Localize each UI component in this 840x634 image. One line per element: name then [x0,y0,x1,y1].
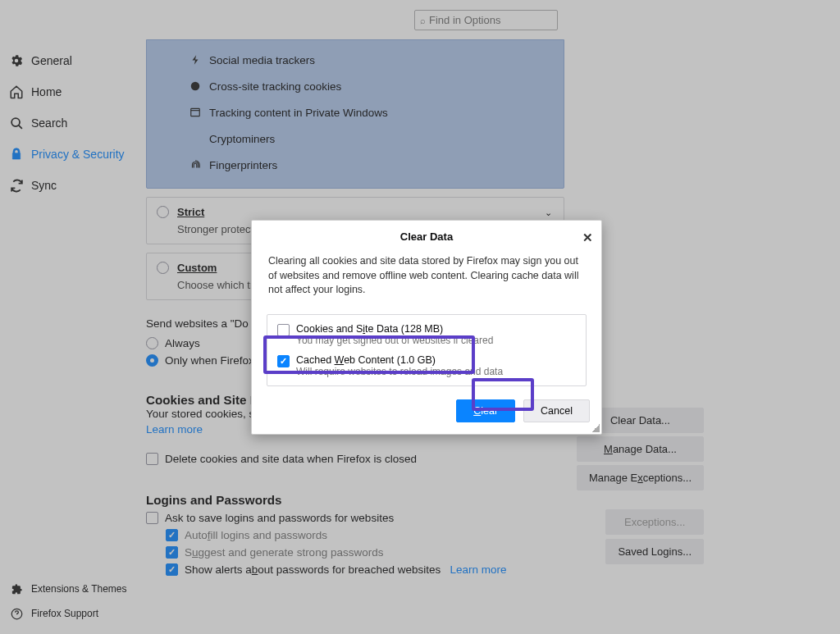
opt-cached-checkbox[interactable] [277,355,290,367]
opt-cached-row[interactable]: Cached Web Content (1.0 GB) Will require… [277,354,576,377]
resize-handle[interactable] [591,424,600,432]
dialog-buttons: Clear Cancel [252,386,601,434]
opt-cookies-sub: You may get signed out of websites if cl… [296,335,493,346]
opt-cookies-checkbox[interactable] [277,324,290,336]
dialog-cancel-button[interactable]: Cancel [523,399,590,422]
opt-cookies-row[interactable]: Cookies and Site Data (128 MB) You may g… [277,323,576,346]
opt-cached-sub: Will require websites to reload images a… [296,366,503,377]
opt-cached-title: Cached Web Content (1.0 GB) [296,354,503,366]
clear-data-dialog: Clear Data ✕ Clearing all cookies and si… [251,220,602,435]
close-icon[interactable]: ✕ [582,230,593,245]
opt-cookies-title: Cookies and Site Data (128 MB) [296,323,493,335]
dialog-options: Cookies and Site Data (128 MB) You may g… [267,314,587,386]
dialog-title: Clear Data ✕ [252,221,601,249]
dialog-clear-button[interactable]: Clear [456,399,515,422]
dialog-body: Clearing all cookies and site data store… [252,249,601,308]
